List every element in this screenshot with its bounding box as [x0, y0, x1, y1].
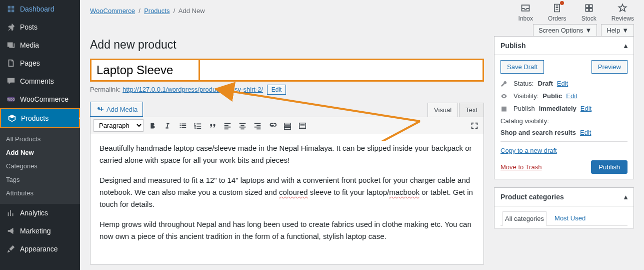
editor-paragraph: Beautifully handmade laptop case/sleeve … [100, 142, 474, 166]
submenu-attributes[interactable]: Attributes [0, 186, 80, 200]
align-right-button[interactable] [252, 120, 264, 132]
permalink-link[interactable]: http://127.0.0.1/wordpress/product/class… [122, 86, 263, 93]
key-icon [500, 80, 510, 87]
blockquote-button[interactable] [206, 120, 218, 132]
edit-publish-link[interactable]: Edit [580, 105, 592, 112]
eye-icon [500, 93, 510, 100]
sidebar-item-media[interactable]: Media [0, 36, 80, 54]
bold-button[interactable] [146, 120, 158, 132]
topbar-reviews[interactable]: Reviews [612, 2, 634, 22]
comment-icon [6, 76, 16, 86]
publish-on-value: immediately [539, 105, 576, 112]
sidebar-item-pages[interactable]: Pages [0, 54, 80, 72]
submenu-categories[interactable]: Categories [0, 159, 80, 173]
megaphone-icon [6, 226, 16, 236]
editor-toolbar: Paragraph [90, 117, 484, 134]
sidebar-item-marketing[interactable]: Marketing [0, 222, 80, 240]
chart-icon [6, 208, 16, 218]
save-draft-button[interactable]: Save Draft [500, 60, 544, 74]
catalog-label: Catalog visibility: [500, 117, 549, 125]
submenu-add-new[interactable]: Add New [0, 146, 80, 159]
sidebar-item-analytics[interactable]: Analytics [0, 204, 80, 222]
inbox-icon [520, 2, 532, 14]
permalink-row: Permalink: http://127.0.0.1/wordpress/pr… [90, 85, 484, 95]
status-value: Draft [538, 80, 552, 87]
catalog-value: Shop and search results [500, 129, 576, 136]
woo-icon: WOO [6, 94, 16, 104]
edit-status-link[interactable]: Edit [557, 80, 568, 87]
link-button[interactable] [266, 120, 278, 132]
topbar-label: Reviews [612, 15, 634, 22]
bullet-list-button[interactable] [176, 120, 188, 132]
move-to-trash-link[interactable]: Move to Trash [500, 163, 542, 171]
sidebar-item-label: Analytics [20, 209, 48, 217]
sidebar-item-label: WooCommerce [20, 95, 68, 103]
orders-icon [551, 2, 563, 14]
collapse-icon[interactable]: ▴ [624, 42, 628, 50]
add-media-button[interactable]: Add Media [90, 102, 143, 117]
edit-visibility-link[interactable]: Edit [566, 92, 577, 100]
numbered-list-button[interactable] [192, 120, 204, 132]
sidebar-item-comments[interactable]: Comments [0, 72, 80, 90]
sidebar-item-posts[interactable]: Posts [0, 18, 80, 36]
breadcrumb: WooCommerce / Products / Add New [90, 2, 205, 15]
collapse-icon[interactable]: ▴ [624, 193, 628, 201]
notification-dot [560, 1, 564, 5]
svg-text:WOO: WOO [7, 98, 15, 101]
page-title: Add new product [90, 38, 484, 52]
topbar-inbox[interactable]: Inbox [518, 2, 533, 22]
admin-sidebar: Dashboard Posts Media Pages Comments WOO… [0, 0, 80, 270]
category-tab-all[interactable]: All categories [502, 211, 546, 226]
preview-button[interactable]: Preview [592, 60, 628, 74]
editor-paragraph: Hemp grows wild throughout Nepal and has… [100, 218, 474, 242]
align-center-button[interactable] [236, 120, 248, 132]
box-icon [7, 113, 17, 123]
categories-box: Product categories ▴ All categories Most… [494, 187, 634, 228]
editor-body[interactable]: Beautifully handmade laptop case/sleeve … [90, 134, 484, 264]
format-select[interactable]: Paragraph [94, 119, 144, 132]
edit-catalog-link[interactable]: Edit [580, 129, 591, 136]
insert-more-button[interactable] [282, 120, 294, 132]
editor-tab-text[interactable]: Text [459, 103, 484, 117]
categories-title: Product categories [500, 193, 564, 201]
sidebar-item-label: Appearance [20, 245, 58, 253]
sidebar-item-products[interactable]: Products [0, 108, 80, 128]
permalink-label: Permalink: [90, 86, 120, 93]
topbar-orders[interactable]: Orders [548, 2, 566, 22]
italic-button[interactable] [162, 120, 174, 132]
fullscreen-button[interactable] [468, 120, 480, 132]
publish-button[interactable]: Publish [591, 160, 628, 174]
sidebar-item-label: Dashboard [20, 5, 54, 13]
visibility-value: Public [542, 92, 562, 100]
visibility-label: Visibility: [514, 92, 538, 100]
align-left-button[interactable] [222, 120, 234, 132]
submenu-tags[interactable]: Tags [0, 173, 80, 186]
topbar-stock[interactable]: Stock [582, 2, 596, 22]
star-icon [616, 2, 628, 14]
sidebar-item-dashboard[interactable]: Dashboard [0, 0, 80, 18]
sidebar-item-label: Pages [20, 59, 40, 67]
breadcrumb-woocommerce[interactable]: WooCommerce [90, 7, 135, 15]
product-title-input[interactable] [90, 59, 484, 82]
sidebar-item-woocommerce[interactable]: WOO WooCommerce [0, 90, 80, 108]
main-content: WooCommerce / Products / Add New Inbox O… [80, 0, 644, 270]
chevron-down-icon: ▼ [622, 27, 628, 34]
topbar-label: Stock [582, 15, 596, 22]
breadcrumb-products[interactable]: Products [144, 7, 170, 15]
sidebar-item-appearance[interactable]: Appearance [0, 240, 80, 258]
submenu-all-products[interactable]: All Products [0, 132, 80, 146]
topbar-label: Inbox [518, 15, 533, 22]
sidebar-item-label: Posts [20, 23, 38, 31]
status-label: Status: [514, 80, 534, 87]
sidebar-item-label: Marketing [20, 227, 50, 235]
category-tab-most-used[interactable]: Most Used [552, 211, 588, 225]
help-tab[interactable]: Help ▼ [601, 24, 634, 36]
dashboard-icon [6, 4, 16, 14]
screen-options-tab[interactable]: Screen Options ▼ [533, 24, 597, 36]
editor-tab-visual[interactable]: Visual [428, 103, 458, 117]
topbar-label: Orders [548, 15, 566, 22]
copy-draft-link[interactable]: Copy to a new draft [500, 147, 557, 154]
edit-slug-button[interactable]: Edit [267, 85, 286, 95]
toolbar-toggle-button[interactable] [296, 120, 308, 132]
publish-box: Publish ▴ Save Draft Preview Status: Dra… [494, 36, 634, 179]
